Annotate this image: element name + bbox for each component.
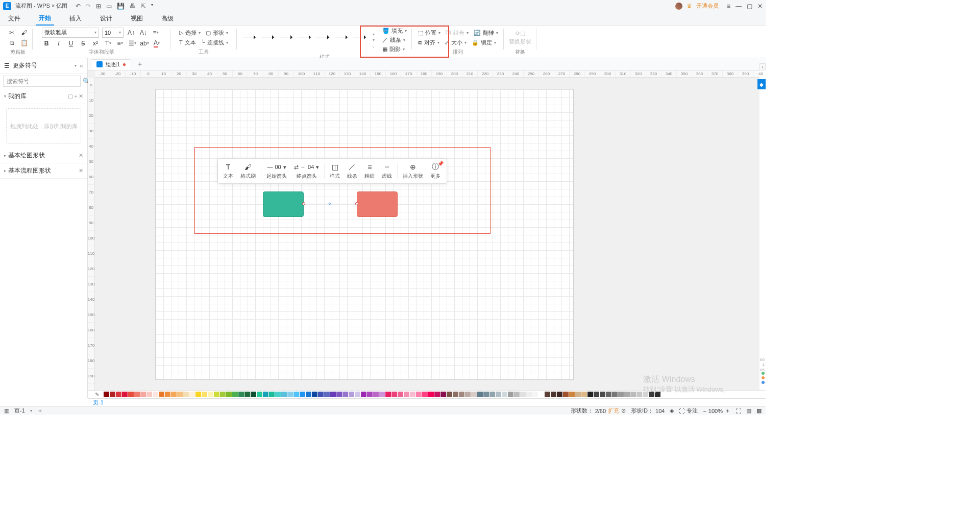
increase-font-icon[interactable]: A↑ (127, 28, 136, 37)
color-swatch[interactable] (293, 392, 299, 397)
new-icon[interactable]: ⊞ (96, 3, 101, 10)
color-swatch[interactable] (575, 392, 581, 397)
paste-icon[interactable]: 📋 (19, 38, 29, 47)
mylib-dropzone[interactable]: 拖拽到此处，添加到我的库 (6, 108, 81, 144)
export-icon[interactable]: ⇱ (141, 3, 146, 10)
member-link[interactable]: 开通会员 (696, 2, 719, 10)
color-swatch[interactable] (465, 392, 471, 397)
color-swatch[interactable] (563, 392, 569, 397)
color-swatch[interactable] (318, 392, 324, 397)
copy-icon[interactable]: ⧉ (7, 38, 16, 47)
color-swatch[interactable] (226, 392, 232, 397)
open-icon[interactable]: ▭ (106, 3, 112, 10)
position-button[interactable]: ⬚ 位置▾ (417, 29, 442, 37)
layers-icon[interactable]: ◈ (670, 407, 674, 414)
color-swatch[interactable] (263, 392, 268, 397)
expand-link[interactable]: 扩充 (608, 407, 619, 415)
color-swatch[interactable] (600, 392, 605, 397)
ft-weight[interactable]: ≡粗细 (362, 162, 377, 180)
color-swatch[interactable] (171, 392, 177, 397)
undo-icon[interactable]: ↶ (76, 3, 81, 10)
char-spacing-icon[interactable]: ab▾ (140, 39, 149, 48)
color-swatch[interactable] (624, 392, 630, 397)
save-icon[interactable]: 💾 (117, 3, 125, 10)
color-swatch[interactable] (551, 392, 556, 397)
color-swatch[interactable] (342, 392, 348, 397)
user-avatar[interactable] (675, 3, 682, 10)
color-swatch[interactable] (300, 392, 305, 397)
color-swatch[interactable] (459, 392, 464, 397)
color-swatch[interactable] (410, 392, 415, 397)
view-mode-2-icon[interactable]: ▦ (756, 407, 762, 414)
section-basic-shapes[interactable]: ▸ 基本绘图形状 ✕ (0, 148, 87, 163)
color-swatch[interactable] (202, 392, 207, 397)
right-side-tag[interactable]: ◆ (757, 79, 766, 89)
color-swatch[interactable] (349, 392, 354, 397)
color-swatch[interactable] (532, 392, 538, 397)
right-panel-toggle[interactable]: ‹ (760, 63, 766, 70)
replace-shape-button[interactable]: ⟳▢ 替换形状 (508, 30, 532, 46)
color-swatch[interactable] (489, 392, 495, 397)
zoom-in-icon[interactable]: ＋ (725, 407, 730, 415)
bold-icon[interactable]: B (42, 39, 51, 48)
line-button[interactable]: ／ 线条▾ (381, 36, 408, 44)
font-size-combo[interactable]: 10▾ (102, 28, 124, 38)
document-tab[interactable]: 绘图1 (91, 59, 131, 69)
color-swatch[interactable] (440, 392, 446, 397)
mylib-close-icon[interactable]: ✕ (79, 93, 83, 100)
color-swatch[interactable] (557, 392, 562, 397)
color-swatch[interactable] (324, 392, 330, 397)
color-swatch[interactable] (165, 392, 170, 397)
more-symbols-dropdown[interactable]: ▾ (75, 63, 77, 68)
color-swatch[interactable] (447, 392, 452, 397)
color-swatch[interactable] (630, 392, 636, 397)
add-page-icon[interactable]: ＋ (37, 407, 43, 415)
select-tool[interactable]: ▷ 选择▾ (178, 29, 202, 37)
lock-button[interactable]: 🔒 锁定▾ (471, 38, 497, 47)
text-tool[interactable]: T 文本 (178, 38, 197, 47)
color-swatch[interactable] (453, 392, 458, 397)
menu-insert[interactable]: 插入 (66, 12, 85, 25)
pin-icon[interactable]: 📌 (437, 161, 444, 166)
color-swatch[interactable] (612, 392, 618, 397)
menu-file[interactable]: 文件 (5, 12, 23, 25)
color-swatch[interactable] (244, 392, 250, 397)
color-swatch[interactable] (330, 392, 336, 397)
connector-tool[interactable]: └ 连接线▾ (200, 38, 229, 47)
color-swatch[interactable] (428, 392, 434, 397)
section-close-icon[interactable]: ✕ (79, 167, 83, 174)
color-swatch[interactable] (496, 392, 501, 397)
color-swatch[interactable] (649, 392, 654, 397)
color-swatch[interactable] (404, 392, 409, 397)
font-color-icon[interactable]: A▾ (152, 39, 161, 48)
color-swatch[interactable] (569, 392, 575, 397)
color-swatch[interactable] (618, 392, 624, 397)
minimize-icon[interactable]: ― (736, 3, 742, 10)
color-swatch[interactable] (177, 392, 183, 397)
fit-page-icon[interactable]: ⛶ (736, 408, 741, 414)
color-swatch[interactable] (281, 392, 287, 397)
menu-view[interactable]: 视图 (128, 12, 146, 25)
ft-text[interactable]: T文本 (221, 162, 235, 180)
size-button[interactable]: ⤢ 大小▾ (444, 38, 468, 47)
color-swatch[interactable] (110, 392, 115, 397)
strike-icon[interactable]: S̶ (79, 39, 88, 48)
rotate-button[interactable]: 🔄 翻转▾ (473, 29, 499, 37)
fill-button[interactable]: 🪣 填充▾ (381, 27, 408, 35)
cut-icon[interactable]: ✂ (7, 28, 16, 37)
group-button[interactable]: ⿻ 组合▾ (445, 29, 470, 37)
section-flowchart-shapes[interactable]: ▸ 基本流程图形状 ✕ (0, 163, 87, 179)
line-spacing-icon[interactable]: ≡▾ (151, 28, 160, 37)
more-symbols-label[interactable]: 更多符号 (13, 61, 71, 70)
color-swatch[interactable] (134, 392, 140, 397)
qat-dropdown-icon[interactable]: ▾ (151, 3, 153, 10)
color-swatch[interactable] (636, 392, 642, 397)
text-direction-icon[interactable]: ⊤▾ (103, 39, 112, 48)
ft-line[interactable]: ／线条 (345, 162, 359, 180)
menu-icon[interactable]: ≡ (727, 3, 730, 10)
color-swatch[interactable] (220, 392, 226, 397)
color-swatch[interactable] (116, 392, 121, 397)
ft-end-arrow[interactable]: ⇄ → 04 ▾终点箭头 (292, 162, 321, 180)
color-swatch[interactable] (385, 392, 391, 397)
menu-advanced[interactable]: 高级 (158, 12, 177, 25)
